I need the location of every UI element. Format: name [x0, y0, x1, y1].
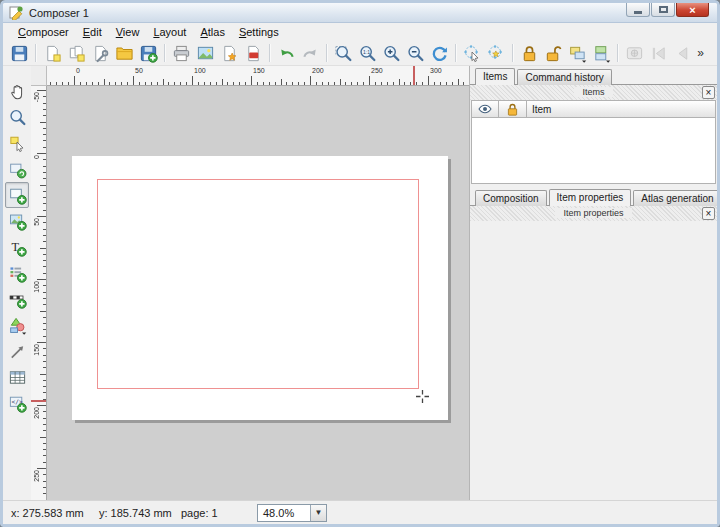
atlas-preview-icon [625, 44, 644, 63]
item-column-header[interactable]: Item [527, 100, 716, 118]
ruler-tick [387, 82, 388, 85]
atlas-preview-button[interactable] [622, 42, 646, 65]
ruler-tick [163, 79, 164, 85]
toolbar-overflow-chevron[interactable]: » [694, 46, 707, 60]
tab-item-properties[interactable]: Item properties [549, 189, 632, 206]
move-item-content-tool-button[interactable] [5, 156, 29, 182]
items-list[interactable] [471, 118, 716, 184]
zoom-out-button[interactable] [403, 42, 427, 65]
ruler-tick [204, 82, 205, 85]
zoom-dropdown-button[interactable]: ▼ [310, 505, 326, 521]
zoom-combobox[interactable]: 48.0% ▼ [257, 504, 327, 522]
add-arrow-tool-button[interactable] [5, 338, 29, 364]
add-new-map-tool-button[interactable] [5, 182, 29, 208]
composer-manager-icon [91, 44, 110, 63]
add-new-scalebar-tool-button[interactable] [5, 286, 29, 312]
ruler-tick [98, 82, 99, 85]
add-new-legend-tool-button[interactable] [5, 260, 29, 286]
ruler-tick [43, 329, 46, 330]
maximize-button[interactable] [651, 3, 675, 17]
ruler-tick [428, 76, 429, 85]
ruler-label: -50 [33, 92, 40, 102]
print-button[interactable] [169, 42, 193, 65]
right-panel: Items Command history Items × Item Compo… [469, 66, 717, 500]
ruler-tick [40, 374, 46, 375]
atlas-previous-feature-button[interactable] [670, 42, 694, 65]
ruler-tick [43, 203, 46, 204]
zoom-full-button[interactable] [331, 42, 355, 65]
zoom-actual-size-button[interactable]: 1:1 [355, 42, 379, 65]
composition-canvas[interactable] [47, 86, 469, 500]
menu-item-atlas[interactable]: Atlas [193, 25, 231, 39]
lock-column-header[interactable] [499, 100, 527, 118]
toolbar-separator [326, 44, 327, 62]
add-html-frame-icon: </> [8, 394, 27, 413]
ruler-tick [40, 122, 46, 123]
ruler-corner [31, 66, 47, 86]
undo-button[interactable] [274, 42, 298, 65]
zoom-in-button[interactable] [379, 42, 403, 65]
items-dock-close-button[interactable]: × [702, 86, 715, 99]
ruler-tick [40, 437, 46, 438]
export-pdf-button[interactable] [241, 42, 265, 65]
tab-atlas-generation[interactable]: Atlas generation [633, 190, 720, 206]
menu-item-settings[interactable]: Settings [232, 25, 286, 39]
pan-tool-button[interactable] [5, 78, 29, 104]
tab-items[interactable]: Items [475, 68, 515, 85]
lock-items-button[interactable] [517, 42, 541, 65]
composer-manager-button[interactable] [88, 42, 112, 65]
ruler-tick [43, 348, 46, 349]
atlas-first-feature-button[interactable] [646, 42, 670, 65]
ruler-tick [43, 210, 46, 211]
redo-button[interactable] [298, 42, 322, 65]
visibility-column-header[interactable] [471, 100, 499, 118]
select-move-item-button[interactable] [460, 42, 484, 65]
move-item-content-button[interactable] [484, 42, 508, 65]
minimize-button[interactable] [626, 3, 650, 17]
menu-item-edit[interactable]: Edit [76, 25, 109, 39]
ruler-label: 200 [312, 67, 324, 74]
save-as-template-button[interactable] [136, 42, 160, 65]
unlock-items-button[interactable] [541, 42, 565, 65]
ruler-tick [381, 82, 382, 85]
ruler-tick [43, 493, 46, 494]
tab-composition[interactable]: Composition [475, 190, 547, 206]
add-image-tool-button[interactable] [5, 208, 29, 234]
ruler-tick [304, 82, 305, 85]
tab-command-history[interactable]: Command history [517, 69, 611, 85]
map-item-outline[interactable] [97, 179, 419, 389]
close-button[interactable]: × [676, 3, 709, 17]
add-html-frame-tool-button[interactable]: </> [5, 390, 29, 416]
ruler-tick [43, 336, 46, 337]
new-composition-button[interactable] [40, 42, 64, 65]
export-image-button[interactable] [193, 42, 217, 65]
horizontal-ruler-cursor-marker [413, 66, 415, 85]
ruler-tick [328, 82, 329, 85]
ruler-tick [369, 76, 370, 85]
menu-item-composer[interactable]: Composer [11, 25, 76, 39]
add-new-label-tool-button[interactable]: T [5, 234, 29, 260]
raise-items-button[interactable] [565, 42, 589, 65]
ruler-tick [43, 235, 46, 236]
panel-top-tabbar: Items Command history [470, 66, 717, 85]
toolbar-separator [269, 44, 270, 62]
menu-item-view[interactable]: View [109, 25, 147, 39]
eye-icon [477, 101, 493, 117]
align-items-icon [592, 44, 611, 63]
menu-item-layout[interactable]: Layout [146, 25, 193, 39]
save-button[interactable] [7, 42, 31, 65]
add-new-legend-icon [8, 264, 27, 283]
load-from-template-button[interactable] [112, 42, 136, 65]
status-page-number: page: 1 [181, 507, 253, 519]
add-attribute-table-tool-button[interactable] [5, 364, 29, 390]
duplicate-composition-button[interactable] [64, 42, 88, 65]
select-move-item-tool-button[interactable] [5, 130, 29, 156]
export-svg-button[interactable] [217, 42, 241, 65]
items-dock-titlebar: Items × [470, 85, 717, 100]
refresh-view-button[interactable] [427, 42, 451, 65]
item-properties-dock-close-button[interactable]: × [702, 207, 715, 220]
zoom-tool-button[interactable] [5, 104, 29, 130]
add-basic-shape-tool-button[interactable] [5, 312, 29, 338]
main-area: T</> 050100150200250300 -500501001502002… [3, 66, 717, 500]
align-items-button[interactable] [589, 42, 613, 65]
